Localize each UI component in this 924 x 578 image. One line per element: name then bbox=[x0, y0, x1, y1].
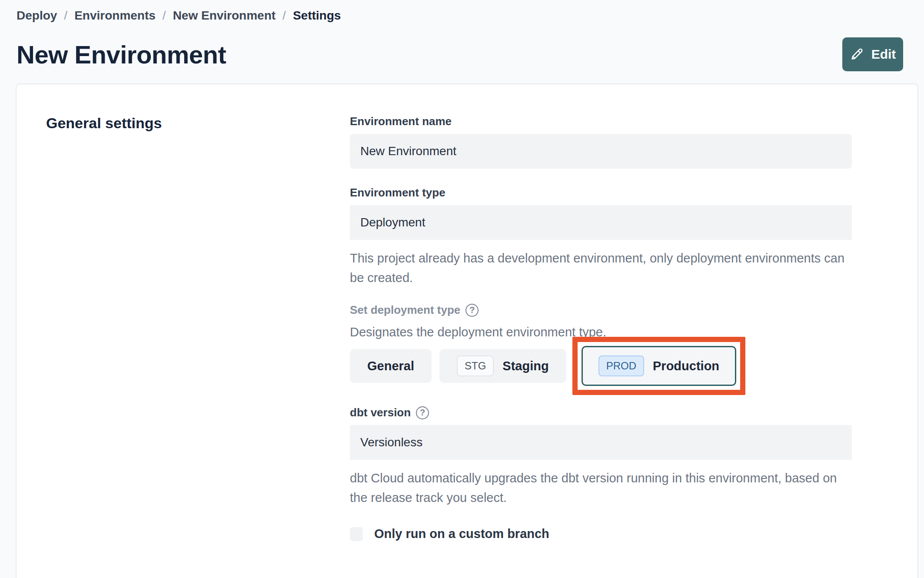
environment-type-label: Environment type bbox=[350, 186, 852, 199]
breadcrumb-separator: / bbox=[64, 9, 67, 23]
deployment-type-label: Set deployment type ? bbox=[350, 303, 852, 317]
environment-name-group: Environment name bbox=[350, 115, 852, 169]
dbt-version-helper: dbt Cloud automatically upgrades the dbt… bbox=[350, 468, 852, 508]
section-title: General settings bbox=[46, 115, 350, 132]
deployment-type-label-text: Set deployment type bbox=[350, 303, 460, 317]
help-circle-icon[interactable]: ? bbox=[416, 406, 429, 419]
breadcrumb-item-environments[interactable]: Environments bbox=[74, 9, 156, 23]
option-general-label: General bbox=[367, 359, 414, 373]
breadcrumb-item-settings: Settings bbox=[293, 9, 341, 23]
edit-button-label: Edit bbox=[871, 47, 896, 62]
breadcrumb-separator: / bbox=[163, 9, 166, 23]
custom-branch-checkbox[interactable] bbox=[350, 527, 363, 541]
environment-type-group: Environment type This project already ha… bbox=[350, 186, 852, 288]
staging-badge: STG bbox=[457, 355, 494, 376]
environment-type-input[interactable] bbox=[350, 205, 852, 240]
option-production-button[interactable]: PROD Production bbox=[582, 346, 736, 386]
custom-branch-label: Only run on a custom branch bbox=[374, 527, 549, 541]
environment-name-label: Environment name bbox=[350, 115, 852, 128]
environment-name-input[interactable] bbox=[350, 134, 852, 169]
deployment-type-options: General STG Staging PROD Production bbox=[350, 349, 852, 383]
page-title: New Environment bbox=[17, 40, 226, 69]
help-circle-icon[interactable]: ? bbox=[465, 304, 479, 317]
dbt-version-input[interactable] bbox=[350, 425, 852, 460]
custom-branch-row: Only run on a custom branch bbox=[350, 527, 852, 541]
breadcrumb: Deploy / Environments / New Environment … bbox=[17, 9, 903, 23]
option-production-label: Production bbox=[653, 359, 719, 373]
page-header: Deploy / Environments / New Environment … bbox=[0, 0, 924, 71]
edit-button[interactable]: Edit bbox=[842, 37, 903, 71]
dbt-version-group: dbt version ? dbt Cloud automatically up… bbox=[350, 406, 852, 508]
environment-type-helper: This project already has a development e… bbox=[350, 249, 852, 288]
annotation-highlight-rectangle: PROD Production bbox=[572, 337, 745, 395]
dbt-version-label-text: dbt version bbox=[350, 406, 411, 419]
breadcrumb-item-deploy[interactable]: Deploy bbox=[17, 9, 57, 23]
dbt-version-label: dbt version ? bbox=[350, 406, 852, 419]
breadcrumb-separator: / bbox=[283, 9, 286, 23]
option-staging-button[interactable]: STG Staging bbox=[439, 349, 566, 383]
pencil-icon bbox=[850, 47, 864, 62]
general-settings-card: General settings Environment name Enviro… bbox=[16, 83, 918, 578]
prod-badge: PROD bbox=[598, 355, 644, 376]
deployment-type-group: Set deployment type ? Designates the dep… bbox=[350, 303, 852, 383]
option-staging-label: Staging bbox=[502, 359, 548, 373]
option-general-button[interactable]: General bbox=[350, 349, 432, 383]
breadcrumb-item-new-environment[interactable]: New Environment bbox=[173, 9, 276, 23]
